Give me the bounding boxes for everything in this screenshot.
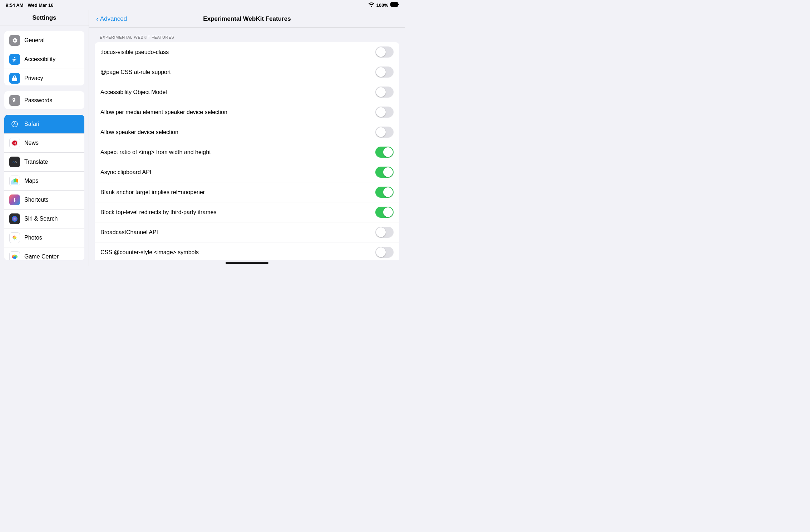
gamecenter-label: Game Center bbox=[24, 253, 59, 260]
toggle-focus-visible[interactable] bbox=[375, 46, 394, 58]
sidebar-item-gamecenter[interactable]: Game Center bbox=[4, 247, 84, 260]
shortcuts-label: Shortcuts bbox=[24, 197, 49, 203]
wifi-icon bbox=[369, 3, 374, 8]
maps-label: Maps bbox=[24, 178, 38, 184]
toggle-async-clipboard[interactable] bbox=[375, 167, 394, 178]
accessibility-icon bbox=[9, 54, 20, 65]
sidebar-item-privacy[interactable]: Privacy bbox=[4, 69, 84, 85]
sidebar-item-general[interactable]: General bbox=[4, 31, 84, 50]
status-bar: 9:54 AM Wed Mar 16 100% bbox=[0, 0, 405, 10]
toggle-broadcast-channel[interactable] bbox=[375, 227, 394, 238]
settings-group-1: General Accessibility bbox=[4, 31, 84, 85]
general-icon bbox=[9, 35, 20, 46]
status-time: 9:54 AM bbox=[6, 3, 23, 8]
right-content: EXPERIMENTAL WEBKIT FEATURES :focus-visi… bbox=[89, 28, 405, 260]
sidebar-item-shortcuts[interactable]: Shortcuts bbox=[4, 191, 84, 210]
sidebar-item-maps[interactable]: Maps bbox=[4, 172, 84, 191]
siri-label: Siri & Search bbox=[24, 216, 58, 222]
back-button[interactable]: ‹ Advanced bbox=[96, 15, 127, 23]
toggle-allow-per-media[interactable] bbox=[375, 107, 394, 118]
feature-label-allow-per-media: Allow per media element speaker device s… bbox=[100, 109, 227, 115]
feature-row-accessibility-object-model: Accessibility Object Model bbox=[95, 82, 399, 102]
feature-label-blank-anchor: Blank anchor target implies rel=noopener bbox=[100, 189, 205, 196]
sidebar-item-siri[interactable]: Siri & Search bbox=[4, 210, 84, 228]
sidebar-item-accessibility[interactable]: Accessibility bbox=[4, 50, 84, 69]
feature-row-css-counter-image: CSS @counter-style <image> symbols bbox=[95, 242, 399, 260]
features-group: :focus-visible pseudo-class@page CSS at-… bbox=[95, 42, 399, 260]
right-panel: ‹ Advanced Experimental WebKit Features … bbox=[89, 10, 405, 266]
feature-label-page-css: @page CSS at-rule support bbox=[100, 69, 171, 75]
maps-icon bbox=[9, 176, 20, 186]
feature-label-css-counter-image: CSS @counter-style <image> symbols bbox=[100, 249, 199, 256]
toggle-thumb-allow-speaker bbox=[376, 127, 386, 137]
toggle-accessibility-object-model[interactable] bbox=[375, 87, 394, 98]
accessibility-label: Accessibility bbox=[24, 56, 55, 63]
passwords-label: Passwords bbox=[24, 97, 52, 104]
feature-row-page-css: @page CSS at-rule support bbox=[95, 62, 399, 82]
settings-group-3: Safari N News A bbox=[4, 115, 84, 260]
general-label: General bbox=[24, 37, 45, 44]
feature-row-allow-speaker: Allow speaker device selection bbox=[95, 122, 399, 142]
feature-label-block-top-level: Block top-level redirects by third-party… bbox=[100, 209, 217, 216]
feature-row-focus-visible: :focus-visible pseudo-class bbox=[95, 42, 399, 62]
feature-label-accessibility-object-model: Accessibility Object Model bbox=[100, 89, 167, 95]
svg-point-12 bbox=[12, 216, 18, 222]
translate-icon: A A bbox=[9, 157, 20, 167]
svg-text:N: N bbox=[14, 142, 16, 145]
back-label: Advanced bbox=[100, 15, 127, 23]
sidebar-item-translate[interactable]: A A Translate bbox=[4, 153, 84, 172]
toggle-thumb-css-counter-image bbox=[376, 247, 386, 257]
feature-row-blank-anchor: Blank anchor target implies rel=noopener bbox=[95, 182, 399, 202]
toggle-page-css[interactable] bbox=[375, 66, 394, 78]
feature-label-focus-visible: :focus-visible pseudo-class bbox=[100, 49, 169, 55]
toggle-thumb-block-top-level bbox=[383, 207, 393, 217]
safari-label: Safari bbox=[24, 121, 39, 127]
feature-row-broadcast-channel: BroadcastChannel API bbox=[95, 222, 399, 242]
right-header: ‹ Advanced Experimental WebKit Features bbox=[89, 10, 405, 28]
sidebar-item-passwords[interactable]: Passwords bbox=[4, 91, 84, 109]
battery-icon bbox=[390, 2, 399, 8]
toggle-aspect-ratio-img[interactable] bbox=[375, 147, 394, 158]
toggle-blank-anchor[interactable] bbox=[375, 187, 394, 198]
feature-row-aspect-ratio-img: Aspect ratio of <img> from width and hei… bbox=[95, 142, 399, 162]
sidebar-item-safari[interactable]: Safari bbox=[4, 115, 84, 134]
home-indicator bbox=[226, 262, 268, 264]
section-header: EXPERIMENTAL WEBKIT FEATURES bbox=[95, 35, 399, 42]
status-date: Wed Mar 16 bbox=[28, 3, 53, 8]
feature-label-aspect-ratio-img: Aspect ratio of <img> from width and hei… bbox=[100, 149, 211, 156]
svg-text:A: A bbox=[15, 160, 17, 164]
right-panel-title: Experimental WebKit Features bbox=[203, 15, 291, 23]
svg-point-6 bbox=[14, 124, 15, 125]
back-chevron-icon: ‹ bbox=[96, 15, 99, 23]
svg-rect-2 bbox=[398, 4, 399, 5]
feature-label-allow-speaker: Allow speaker device selection bbox=[100, 129, 178, 136]
toggle-css-counter-image[interactable] bbox=[375, 247, 394, 258]
photos-label: Photos bbox=[24, 235, 42, 241]
sidebar-item-news[interactable]: N News bbox=[4, 134, 84, 153]
svg-point-17 bbox=[13, 256, 16, 259]
safari-icon bbox=[9, 119, 20, 129]
sidebar-item-photos[interactable]: Photos bbox=[4, 228, 84, 247]
news-icon: N bbox=[9, 138, 20, 148]
feature-label-async-clipboard: Async clipboard API bbox=[100, 169, 151, 176]
gamecenter-icon bbox=[9, 251, 20, 260]
battery-percent: 100% bbox=[376, 3, 388, 8]
toggle-block-top-level[interactable] bbox=[375, 207, 394, 218]
feature-row-allow-per-media: Allow per media element speaker device s… bbox=[95, 102, 399, 122]
toggle-thumb-aspect-ratio-img bbox=[383, 147, 393, 157]
left-panel: Settings General bbox=[0, 10, 89, 266]
toggle-thumb-broadcast-channel bbox=[376, 227, 386, 237]
settings-list: General Accessibility bbox=[0, 25, 89, 266]
main-container: Settings General bbox=[0, 10, 405, 266]
toggle-thumb-async-clipboard bbox=[383, 167, 393, 177]
settings-group-2: Passwords bbox=[4, 91, 84, 109]
siri-icon bbox=[9, 213, 20, 224]
svg-point-3 bbox=[14, 57, 15, 58]
news-label: News bbox=[24, 140, 39, 146]
toggle-allow-speaker[interactable] bbox=[375, 127, 394, 138]
feature-row-block-top-level: Block top-level redirects by third-party… bbox=[95, 202, 399, 222]
toggle-thumb-allow-per-media bbox=[376, 107, 386, 117]
feature-row-async-clipboard: Async clipboard API bbox=[95, 162, 399, 182]
toggle-thumb-focus-visible bbox=[376, 47, 386, 57]
privacy-icon bbox=[9, 73, 20, 84]
